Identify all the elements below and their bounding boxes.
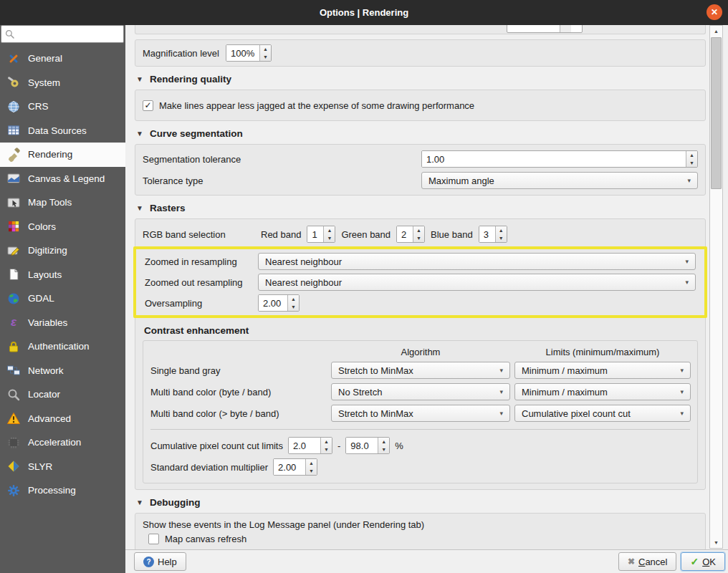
- cumulative-cut-limits-label: Cumulative pixel count cut limits: [150, 440, 283, 451]
- zoomed-out-resampling-dropdown[interactable]: Nearest neighbour ▾: [258, 274, 696, 291]
- ok-button[interactable]: ✓ OK: [681, 552, 725, 571]
- spin-up-icon[interactable]: ▲: [288, 295, 299, 303]
- zoomed-out-resampling-label: Zoomed out resampling: [145, 277, 258, 288]
- spin-up-icon[interactable]: ▲: [324, 226, 335, 234]
- sidebar-item-digitizing[interactable]: Digitizing: [0, 239, 125, 263]
- sidebar-item-label: SLYR: [28, 461, 52, 472]
- green-band-spinbox[interactable]: 2 ▲▼: [396, 226, 425, 243]
- spin-down-icon[interactable]: ▼: [378, 446, 389, 453]
- spin-up-icon[interactable]: ▲: [306, 459, 317, 467]
- sidebar-item-network[interactable]: Network: [0, 359, 125, 383]
- close-icon[interactable]: ✕: [707, 4, 722, 20]
- stddev-multiplier-label: Standard deviation multiplier: [150, 462, 268, 473]
- sidebar-item-acceleration[interactable]: Acceleration: [0, 430, 125, 455]
- spin-down-icon[interactable]: ▼: [324, 234, 335, 242]
- segmentation-tolerance-spinbox[interactable]: 1.00 ▲▼: [421, 150, 698, 168]
- range-dash: -: [337, 440, 340, 451]
- cancel-button[interactable]: ✖ Cancel: [618, 552, 677, 571]
- blue-band-spinbox[interactable]: 3 ▲▼: [479, 226, 507, 243]
- multi-band-byte-label: Multi band color (byte / band): [150, 387, 327, 398]
- rasters-header[interactable]: ▼ Rasters: [136, 203, 706, 213]
- scrollbar-thumb[interactable]: [711, 37, 722, 189]
- sidebar-item-system[interactable]: System: [0, 71, 125, 95]
- antialias-checkbox[interactable]: ✓: [143, 100, 153, 111]
- sidebar-item-general[interactable]: General: [0, 47, 125, 71]
- sidebar-item-processing[interactable]: Processing: [0, 478, 125, 503]
- spin-down-icon[interactable]: ▼: [686, 159, 697, 167]
- spin-down-icon[interactable]: ▼: [306, 467, 317, 475]
- rendering-quality-header[interactable]: ▼ Rendering quality: [136, 74, 706, 85]
- rgb-band-selection-label: RGB band selection: [143, 229, 255, 240]
- chevron-down-icon: ▾: [680, 388, 684, 395]
- debugging-header[interactable]: ▼ Debugging: [136, 497, 706, 508]
- sidebar-item-gdal[interactable]: GDAL: [0, 286, 125, 311]
- search-icon: [5, 29, 14, 39]
- vertical-scrollbar[interactable]: ▲ ▼: [709, 25, 723, 549]
- system-gear-icon: [6, 75, 21, 90]
- sidebar-item-rendering[interactable]: Rendering: [0, 143, 125, 167]
- spin-up-icon[interactable]: ▲: [260, 45, 271, 53]
- zoomed-in-resampling-dropdown[interactable]: Nearest neighbour ▾: [258, 253, 696, 270]
- map-canvas-refresh-checkbox[interactable]: [148, 534, 159, 544]
- red-band-spinbox[interactable]: 1 ▲▼: [307, 226, 335, 243]
- collapse-icon[interactable]: ▼: [136, 130, 143, 138]
- spin-down-icon[interactable]: ▼: [321, 446, 332, 453]
- spin-up-icon[interactable]: ▲: [413, 226, 424, 234]
- magnification-spinbox[interactable]: 100% ▲▼: [226, 44, 272, 62]
- magnifier-icon: [6, 387, 21, 402]
- spin-up-icon[interactable]: ▲: [686, 151, 697, 159]
- sidebar-item-colors[interactable]: Colors: [0, 215, 125, 239]
- spin-up-icon[interactable]: ▲: [378, 438, 389, 446]
- scrollbar-track[interactable]: [710, 37, 722, 537]
- sidebar-item-locator[interactable]: Locator: [0, 382, 125, 407]
- spin-down-icon[interactable]: ▼: [260, 53, 271, 61]
- sidebar-item-slyr[interactable]: SLYR: [0, 455, 125, 479]
- sidebar-item-map-tools[interactable]: Map Tools: [0, 191, 125, 215]
- tolerance-type-label: Tolerance type: [143, 175, 421, 186]
- collapse-icon[interactable]: ▼: [136, 75, 143, 83]
- sidebar-item-crs[interactable]: CRS: [0, 95, 125, 119]
- scroll-up-icon[interactable]: ▲: [710, 26, 722, 37]
- collapse-icon[interactable]: ▼: [136, 499, 143, 506]
- cumulative-cut-max-spinbox[interactable]: 98.0 ▲▼: [345, 437, 390, 454]
- multi-band-byte-algorithm-dropdown[interactable]: No Stretch ▾: [331, 383, 510, 400]
- help-button[interactable]: ? Help: [134, 552, 186, 571]
- single-band-gray-limits-dropdown[interactable]: Minimum / maximum ▾: [514, 362, 691, 379]
- search-input[interactable]: [18, 29, 120, 39]
- sidebar-item-label: Advanced: [28, 413, 71, 424]
- sidebar-item-label: Processing: [28, 485, 76, 496]
- scroll-down-icon[interactable]: ▼: [710, 537, 722, 548]
- collapse-icon[interactable]: ▼: [136, 204, 143, 212]
- partial-spinbox[interactable]: [507, 25, 583, 33]
- sidebar-item-data-sources[interactable]: Data Sources: [0, 119, 125, 143]
- chevron-down-icon: ▾: [680, 367, 684, 374]
- sidebar-item-canvas-legend[interactable]: Canvas & Legend: [0, 167, 125, 191]
- sidebar-item-label: Locator: [28, 389, 60, 400]
- sidebar-item-layouts[interactable]: Layouts: [0, 263, 125, 287]
- spin-up-icon[interactable]: ▲: [321, 438, 332, 446]
- sidebar-item-variables[interactable]: ε Variables: [0, 311, 125, 335]
- spin-down-icon[interactable]: ▼: [413, 234, 424, 242]
- epsilon-icon: ε: [6, 315, 21, 329]
- spin-up-icon[interactable]: ▲: [496, 226, 507, 234]
- tolerance-type-dropdown[interactable]: Maximum angle ▾: [421, 172, 698, 189]
- stddev-multiplier-spinbox[interactable]: 2.00 ▲▼: [273, 458, 317, 476]
- chevron-down-icon: ▾: [685, 258, 689, 265]
- multi-band-gt-byte-limits-dropdown[interactable]: Cumulative pixel count cut ▾: [514, 405, 691, 422]
- curve-segmentation-header[interactable]: ▼ Curve segmentation: [136, 128, 706, 139]
- single-band-gray-algorithm-dropdown[interactable]: Stretch to MinMax ▾: [331, 362, 510, 379]
- spin-down-icon[interactable]: ▼: [288, 303, 299, 311]
- chevron-down-icon: ▾: [499, 410, 503, 417]
- cumulative-cut-min-spinbox[interactable]: 2.0 ▲▼: [288, 437, 332, 454]
- spin-down-icon[interactable]: ▼: [496, 234, 507, 242]
- magnification-groupbox: Magnification level 100% ▲▼: [135, 39, 706, 67]
- oversampling-spinbox[interactable]: 2.00 ▲▼: [258, 294, 300, 312]
- sidebar-item-label: General: [28, 53, 62, 64]
- sidebar-item-advanced[interactable]: Advanced: [0, 407, 125, 431]
- sidebar-item-authentication[interactable]: Authentication: [0, 334, 125, 359]
- multi-band-byte-limits-dropdown[interactable]: Minimum / maximum ▾: [514, 383, 691, 400]
- sidebar-item-label: Variables: [28, 317, 67, 328]
- sidebar-search[interactable]: [1, 25, 124, 43]
- multi-band-gt-byte-algorithm-dropdown[interactable]: Stretch to MinMax ▾: [331, 405, 510, 422]
- gdal-globe-icon: [6, 292, 21, 306]
